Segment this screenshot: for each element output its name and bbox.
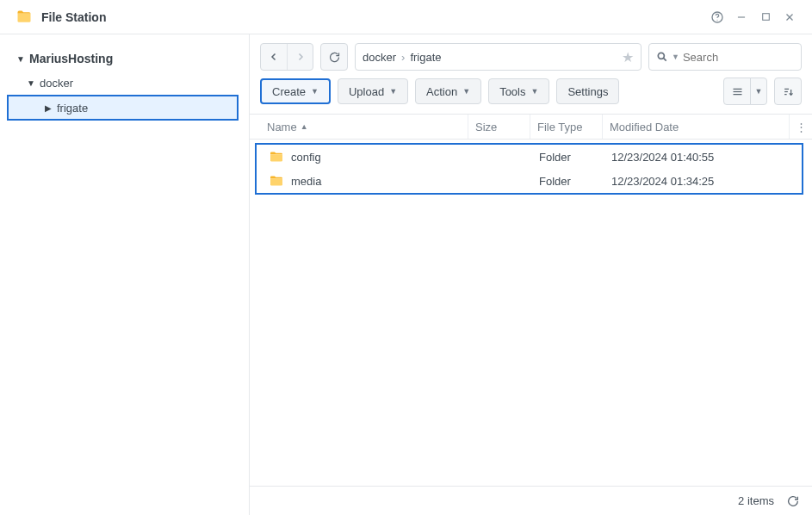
breadcrumb: docker › frigate ★ [355,43,642,71]
upload-button[interactable]: Upload▼ [338,78,408,104]
caret-down-icon[interactable]: ▼ [672,53,679,61]
nav-group [260,43,313,71]
status-refresh-button[interactable] [786,494,800,508]
table-header: Name▲ Size File Type Modified Date ⋮ [250,114,812,140]
reload-button[interactable] [320,43,348,71]
search-input[interactable] [683,51,812,64]
app-folder-icon [15,9,33,26]
folder-icon [269,151,284,163]
button-label: Settings [567,85,608,98]
status-bar: 2 items [250,486,812,515]
svg-point-6 [658,53,664,59]
button-label: Action [426,85,457,98]
svg-line-7 [663,58,666,60]
tree-item-docker[interactable]: ▼ docker [0,71,249,95]
view-dropdown-button[interactable]: ▼ [750,78,767,105]
item-count: 2 items [738,494,774,507]
maximize-button[interactable] [753,5,778,29]
button-label: Tools [499,85,525,98]
create-button[interactable]: Create▼ [260,78,331,104]
folder-icon [269,175,284,187]
caret-down-icon: ▼ [26,78,36,88]
settings-button[interactable]: Settings [556,78,619,104]
caret-down-icon: ▼ [15,54,26,64]
titlebar: File Station [0,0,812,34]
help-button[interactable] [705,5,729,29]
sort-asc-icon: ▲ [301,122,308,131]
file-type: Folder [532,175,604,188]
caret-down-icon: ▼ [311,87,319,96]
close-button[interactable] [778,5,802,29]
caret-down-icon: ▼ [531,87,539,96]
file-type: Folder [532,151,604,164]
minimize-button[interactable] [729,5,753,29]
nav-back-button[interactable] [261,44,287,70]
caret-right-icon: ▶ [43,103,53,113]
tools-button[interactable]: Tools▼ [488,78,549,104]
breadcrumb-item-frigate[interactable]: frigate [410,51,441,64]
column-header-date[interactable]: Modified Date [603,115,790,139]
file-date: 12/23/2024 01:40:55 [604,151,802,164]
search-icon [656,51,668,63]
caret-down-icon: ▼ [462,87,470,96]
sidebar: ▼ MariusHosting ▼ docker ▶ frigate [0,34,250,515]
action-button[interactable]: Action▼ [415,78,481,104]
tree-item-label: docker [40,77,73,90]
search-box[interactable]: ▼ [648,43,802,71]
file-name: media [291,175,321,188]
table-row[interactable]: config Folder 12/23/2024 01:40:55 [257,145,802,169]
caret-down-icon: ▼ [389,87,397,96]
sort-button[interactable] [774,78,802,105]
column-header-type[interactable]: File Type [530,115,603,139]
column-options-button[interactable]: ⋮ [790,121,812,133]
window-title: File Station [41,10,106,24]
file-name: config [291,151,321,164]
button-label: Create [272,85,306,98]
tree-root-label: MariusHosting [29,52,113,65]
column-header-name[interactable]: Name▲ [260,115,468,139]
table-row[interactable]: media Folder 12/23/2024 01:34:25 [257,169,802,193]
file-date: 12/23/2024 01:34:25 [604,175,802,188]
caret-down-icon: ▼ [755,87,763,96]
tree-item-frigate[interactable]: ▶ frigate [7,95,239,121]
svg-rect-3 [762,14,769,21]
svg-point-1 [716,19,717,20]
breadcrumb-item-docker[interactable]: docker [363,51,396,64]
nav-forward-button[interactable] [287,44,313,70]
view-list-button[interactable] [723,78,751,105]
tree-item-label: frigate [57,102,88,115]
button-label: Upload [349,85,384,98]
tree-root[interactable]: ▼ MariusHosting [0,47,249,71]
favorite-star-button[interactable]: ★ [622,49,634,65]
column-header-size[interactable]: Size [468,115,530,139]
selection-highlight: config Folder 12/23/2024 01:40:55 media [255,143,803,195]
chevron-right-icon: › [401,51,405,64]
